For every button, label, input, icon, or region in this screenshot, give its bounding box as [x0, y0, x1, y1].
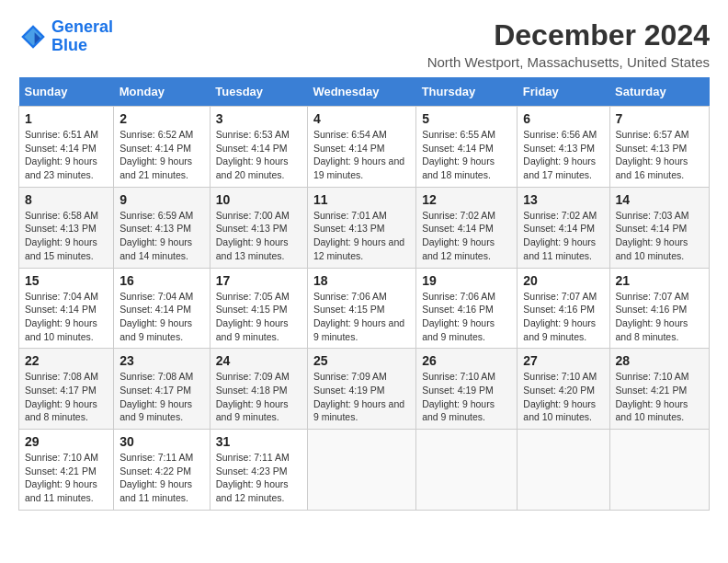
- calendar-cell: 18Sunrise: 7:06 AMSunset: 4:15 PMDayligh…: [307, 268, 415, 349]
- day-info: Sunrise: 6:52 AMSunset: 4:14 PMDaylight:…: [119, 128, 204, 182]
- day-number: 23: [119, 353, 204, 368]
- day-number: 8: [25, 192, 108, 207]
- day-info: Sunrise: 7:10 AMSunset: 4:21 PMDaylight:…: [616, 370, 704, 424]
- calendar-cell: 30Sunrise: 7:11 AMSunset: 4:22 PMDayligh…: [114, 430, 210, 511]
- calendar-cell: 14Sunrise: 7:03 AMSunset: 4:14 PMDayligh…: [609, 187, 710, 268]
- day-info: Sunrise: 6:58 AMSunset: 4:13 PMDaylight:…: [25, 209, 108, 263]
- day-number: 20: [523, 273, 603, 288]
- calendar-cell: 22Sunrise: 7:08 AMSunset: 4:17 PMDayligh…: [19, 349, 114, 430]
- day-number: 4: [313, 111, 410, 126]
- day-number: 5: [422, 111, 511, 126]
- day-info: Sunrise: 7:04 AMSunset: 4:14 PMDaylight:…: [25, 290, 108, 344]
- day-number: 15: [25, 273, 108, 288]
- day-number: 31: [216, 434, 301, 449]
- day-number: 21: [616, 273, 704, 288]
- day-header-friday: Friday: [518, 77, 609, 107]
- day-number: 14: [616, 192, 704, 207]
- calendar-cell: 1Sunrise: 6:51 AMSunset: 4:14 PMDaylight…: [19, 107, 114, 188]
- calendar-week-5: 29Sunrise: 7:10 AMSunset: 4:21 PMDayligh…: [19, 430, 710, 511]
- calendar-cell: 5Sunrise: 6:55 AMSunset: 4:14 PMDaylight…: [416, 107, 518, 188]
- day-info: Sunrise: 6:57 AMSunset: 4:13 PMDaylight:…: [616, 128, 704, 182]
- day-number: 2: [119, 111, 204, 126]
- calendar-table: SundayMondayTuesdayWednesdayThursdayFrid…: [18, 77, 710, 511]
- day-info: Sunrise: 7:11 AMSunset: 4:23 PMDaylight:…: [216, 451, 301, 505]
- calendar-cell: 9Sunrise: 6:59 AMSunset: 4:13 PMDaylight…: [114, 187, 210, 268]
- day-number: 1: [25, 111, 108, 126]
- calendar-cell: 23Sunrise: 7:08 AMSunset: 4:17 PMDayligh…: [114, 349, 210, 430]
- calendar-cell: 21Sunrise: 7:07 AMSunset: 4:16 PMDayligh…: [609, 268, 710, 349]
- main-title: December 2024: [427, 18, 710, 52]
- calendar-cell: 10Sunrise: 7:00 AMSunset: 4:13 PMDayligh…: [210, 187, 307, 268]
- calendar-cell: 24Sunrise: 7:09 AMSunset: 4:18 PMDayligh…: [210, 349, 307, 430]
- day-info: Sunrise: 7:04 AMSunset: 4:14 PMDaylight:…: [119, 290, 204, 344]
- calendar-cell: 3Sunrise: 6:53 AMSunset: 4:14 PMDaylight…: [210, 107, 307, 188]
- day-info: Sunrise: 7:00 AMSunset: 4:13 PMDaylight:…: [216, 209, 301, 263]
- header: General Blue December 2024 North Westpor…: [18, 18, 710, 70]
- day-number: 17: [216, 273, 301, 288]
- day-info: Sunrise: 6:51 AMSunset: 4:14 PMDaylight:…: [25, 128, 108, 182]
- day-info: Sunrise: 6:59 AMSunset: 4:13 PMDaylight:…: [119, 209, 204, 263]
- day-info: Sunrise: 7:09 AMSunset: 4:18 PMDaylight:…: [216, 370, 301, 424]
- day-info: Sunrise: 7:08 AMSunset: 4:17 PMDaylight:…: [25, 370, 108, 424]
- calendar-cell: [609, 430, 710, 511]
- day-info: Sunrise: 7:07 AMSunset: 4:16 PMDaylight:…: [523, 290, 603, 344]
- day-header-wednesday: Wednesday: [307, 77, 415, 107]
- title-area: December 2024 North Westport, Massachuse…: [427, 18, 710, 70]
- calendar-cell: 7Sunrise: 6:57 AMSunset: 4:13 PMDaylight…: [609, 107, 710, 188]
- logo-line1: General: [51, 17, 113, 36]
- calendar-cell: 8Sunrise: 6:58 AMSunset: 4:13 PMDaylight…: [19, 187, 114, 268]
- calendar-cell: 4Sunrise: 6:54 AMSunset: 4:14 PMDaylight…: [307, 107, 415, 188]
- day-number: 24: [216, 353, 301, 368]
- logo-text: General Blue: [51, 18, 113, 55]
- day-info: Sunrise: 6:53 AMSunset: 4:14 PMDaylight:…: [216, 128, 301, 182]
- day-number: 12: [422, 192, 511, 207]
- calendar-cell: 31Sunrise: 7:11 AMSunset: 4:23 PMDayligh…: [210, 430, 307, 511]
- day-header-saturday: Saturday: [609, 77, 710, 107]
- day-number: 7: [616, 111, 704, 126]
- day-info: Sunrise: 6:56 AMSunset: 4:13 PMDaylight:…: [523, 128, 603, 182]
- subtitle: North Westport, Massachusetts, United St…: [427, 54, 710, 70]
- calendar-cell: 12Sunrise: 7:02 AMSunset: 4:14 PMDayligh…: [416, 187, 518, 268]
- day-number: 11: [313, 192, 410, 207]
- calendar-cell: 29Sunrise: 7:10 AMSunset: 4:21 PMDayligh…: [19, 430, 114, 511]
- calendar-cell: [307, 430, 415, 511]
- day-number: 9: [119, 192, 204, 207]
- day-info: Sunrise: 7:10 AMSunset: 4:21 PMDaylight:…: [25, 451, 108, 505]
- calendar-week-1: 1Sunrise: 6:51 AMSunset: 4:14 PMDaylight…: [19, 107, 710, 188]
- day-info: Sunrise: 7:06 AMSunset: 4:16 PMDaylight:…: [422, 290, 511, 344]
- calendar-cell: 13Sunrise: 7:02 AMSunset: 4:14 PMDayligh…: [518, 187, 609, 268]
- logo-line2: Blue: [51, 36, 87, 54]
- svg-marker-1: [24, 28, 41, 45]
- day-info: Sunrise: 6:55 AMSunset: 4:14 PMDaylight:…: [422, 128, 511, 182]
- logo-icon: [18, 22, 48, 52]
- day-number: 25: [313, 353, 410, 368]
- calendar-cell: [416, 430, 518, 511]
- day-info: Sunrise: 7:10 AMSunset: 4:19 PMDaylight:…: [422, 370, 511, 424]
- day-number: 27: [523, 353, 603, 368]
- calendar-cell: 25Sunrise: 7:09 AMSunset: 4:19 PMDayligh…: [307, 349, 415, 430]
- day-info: Sunrise: 7:06 AMSunset: 4:15 PMDaylight:…: [313, 290, 410, 344]
- calendar-week-2: 8Sunrise: 6:58 AMSunset: 4:13 PMDaylight…: [19, 187, 710, 268]
- calendar-cell: 16Sunrise: 7:04 AMSunset: 4:14 PMDayligh…: [114, 268, 210, 349]
- calendar-cell: 26Sunrise: 7:10 AMSunset: 4:19 PMDayligh…: [416, 349, 518, 430]
- day-info: Sunrise: 7:07 AMSunset: 4:16 PMDaylight:…: [616, 290, 704, 344]
- calendar-cell: 20Sunrise: 7:07 AMSunset: 4:16 PMDayligh…: [518, 268, 609, 349]
- logo: General Blue: [18, 18, 113, 55]
- calendar-cell: 15Sunrise: 7:04 AMSunset: 4:14 PMDayligh…: [19, 268, 114, 349]
- day-info: Sunrise: 7:03 AMSunset: 4:14 PMDaylight:…: [616, 209, 704, 263]
- day-info: Sunrise: 7:05 AMSunset: 4:15 PMDaylight:…: [216, 290, 301, 344]
- calendar-week-4: 22Sunrise: 7:08 AMSunset: 4:17 PMDayligh…: [19, 349, 710, 430]
- calendar-cell: 17Sunrise: 7:05 AMSunset: 4:15 PMDayligh…: [210, 268, 307, 349]
- day-number: 16: [119, 273, 204, 288]
- calendar-cell: [518, 430, 609, 511]
- calendar-cell: 27Sunrise: 7:10 AMSunset: 4:20 PMDayligh…: [518, 349, 609, 430]
- day-header-thursday: Thursday: [416, 77, 518, 107]
- day-number: 29: [25, 434, 108, 449]
- day-number: 10: [216, 192, 301, 207]
- day-info: Sunrise: 7:02 AMSunset: 4:14 PMDaylight:…: [523, 209, 603, 263]
- day-info: Sunrise: 7:02 AMSunset: 4:14 PMDaylight:…: [422, 209, 511, 263]
- day-header-monday: Monday: [114, 77, 210, 107]
- day-number: 26: [422, 353, 511, 368]
- day-header-tuesday: Tuesday: [210, 77, 307, 107]
- day-number: 6: [523, 111, 603, 126]
